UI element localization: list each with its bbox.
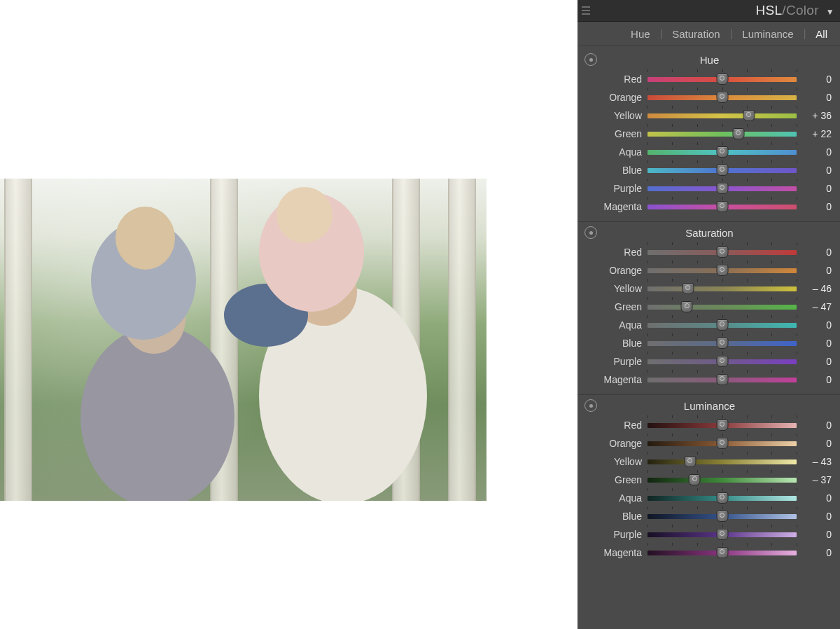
slider-thumb[interactable] (684, 456, 696, 467)
slider-saturation-magenta[interactable] (648, 373, 797, 386)
slider-thumb[interactable] (716, 201, 728, 212)
slider-thumb[interactable] (716, 356, 728, 367)
slider-value[interactable]: 0 (797, 511, 832, 522)
slider-label: Green (584, 301, 648, 312)
slider-thumb[interactable] (716, 146, 728, 158)
slider-value[interactable]: 0 (797, 201, 832, 212)
slider-value[interactable]: 0 (797, 265, 832, 276)
slider-value[interactable]: 0 (797, 319, 832, 331)
slider-thumb[interactable] (716, 374, 728, 385)
slider-luminance-aqua[interactable] (648, 492, 797, 504)
slider-value[interactable]: – 37 (797, 474, 832, 485)
slider-row-luminance-purple: Purple0 (584, 525, 832, 544)
slider-saturation-green[interactable] (648, 300, 797, 313)
slider-value[interactable]: – 46 (797, 283, 832, 294)
slider-luminance-yellow[interactable] (648, 455, 797, 468)
slider-value[interactable]: – 47 (797, 301, 832, 312)
slider-value[interactable]: 0 (797, 338, 832, 349)
slider-thumb[interactable] (681, 301, 693, 312)
panel-header[interactable]: HSL / Color ▼ (578, 0, 840, 22)
slider-value[interactable]: 0 (797, 92, 832, 103)
slider-value[interactable]: 0 (797, 165, 832, 176)
slider-label: Green (584, 128, 648, 139)
slider-row-luminance-blue: Blue0 (584, 507, 832, 525)
slider-thumb[interactable] (716, 183, 728, 194)
slider-saturation-purple[interactable] (648, 355, 797, 368)
slider-value[interactable]: 0 (797, 529, 832, 540)
slider-thumb[interactable] (716, 74, 728, 85)
slider-luminance-purple[interactable] (648, 528, 797, 541)
slider-thumb[interactable] (716, 511, 728, 522)
slider-value[interactable]: 0 (797, 247, 832, 258)
slider-thumb[interactable] (716, 265, 728, 276)
slider-value[interactable]: + 36 (797, 110, 832, 121)
slider-thumb[interactable] (716, 319, 728, 331)
slider-value[interactable]: 0 (797, 438, 832, 449)
tab-luminance[interactable]: Luminance (739, 28, 796, 40)
slider-thumb[interactable] (716, 529, 728, 540)
slider-value[interactable]: 0 (797, 492, 832, 504)
slider-hue-blue[interactable] (648, 164, 797, 177)
slider-value[interactable]: – 43 (797, 456, 832, 467)
slider-luminance-blue[interactable] (648, 510, 797, 523)
slider-thumb[interactable] (716, 165, 728, 176)
slider-thumb[interactable] (716, 420, 728, 431)
slider-thumb[interactable] (682, 283, 694, 294)
slider-hue-purple[interactable] (648, 182, 797, 195)
slider-thumb[interactable] (732, 128, 744, 139)
slider-luminance-orange[interactable] (648, 437, 797, 450)
slider-row-luminance-red: Red0 (584, 416, 832, 434)
slider-hue-red[interactable] (648, 73, 797, 85)
slider-thumb[interactable] (716, 92, 728, 103)
slider-row-hue-red: Red0 (584, 70, 832, 88)
slider-row-hue-magenta: Magenta0 (584, 198, 832, 216)
slider-hue-aqua[interactable] (648, 146, 797, 158)
slider-row-hue-purple: Purple0 (584, 179, 832, 198)
slider-row-luminance-yellow: Yellow– 43 (584, 452, 832, 471)
slider-luminance-magenta[interactable] (648, 546, 797, 559)
slider-luminance-red[interactable] (648, 419, 797, 431)
collapse-triangle-icon[interactable]: ▼ (826, 7, 834, 17)
tab-hue[interactable]: Hue (628, 28, 653, 40)
slider-value[interactable]: 0 (797, 420, 832, 431)
slider-hue-orange[interactable] (648, 91, 797, 104)
slider-thumb[interactable] (689, 474, 701, 485)
slider-label: Purple (584, 183, 648, 194)
slider-saturation-red[interactable] (648, 246, 797, 258)
slider-saturation-yellow[interactable] (648, 282, 797, 295)
slider-thumb[interactable] (716, 492, 728, 504)
slider-value[interactable]: + 22 (797, 128, 832, 139)
tab-separator: | (723, 28, 740, 39)
tab-all[interactable]: All (813, 28, 830, 40)
slider-saturation-orange[interactable] (648, 264, 797, 277)
slider-value[interactable]: 0 (797, 146, 832, 158)
hsl-color-panel: HSL / Color ▼ Hue|Saturation|Luminance|A… (578, 0, 840, 629)
slider-thumb[interactable] (716, 338, 728, 349)
tab-separator: | (797, 28, 813, 39)
slider-value[interactable]: 0 (797, 547, 832, 558)
tab-separator: | (653, 28, 670, 39)
slider-label: Orange (584, 438, 648, 449)
slider-hue-magenta[interactable] (648, 200, 797, 213)
slider-saturation-blue[interactable] (648, 337, 797, 350)
slider-thumb[interactable] (716, 247, 728, 258)
slider-value[interactable]: 0 (797, 356, 832, 367)
slider-value[interactable]: 0 (797, 183, 832, 194)
slider-label: Magenta (584, 374, 648, 385)
slider-label: Aqua (584, 492, 648, 504)
slider-hue-yellow[interactable] (648, 109, 797, 122)
slider-hue-green[interactable] (648, 127, 797, 140)
slider-label: Green (584, 474, 648, 485)
slider-saturation-aqua[interactable] (648, 319, 797, 331)
panel-body: HueRed0Orange0Yellow+ 36Green+ 22Aqua0Bl… (578, 46, 840, 629)
slider-luminance-green[interactable] (648, 474, 797, 486)
slider-thumb[interactable] (716, 547, 728, 558)
tab-saturation[interactable]: Saturation (669, 28, 722, 40)
slider-row-saturation-yellow: Yellow– 46 (584, 279, 832, 298)
slider-row-saturation-purple: Purple0 (584, 352, 832, 371)
slider-value[interactable]: 0 (797, 374, 832, 385)
slider-thumb[interactable] (716, 438, 728, 449)
slider-label: Aqua (584, 319, 648, 331)
slider-value[interactable]: 0 (797, 74, 832, 85)
slider-thumb[interactable] (743, 110, 755, 121)
